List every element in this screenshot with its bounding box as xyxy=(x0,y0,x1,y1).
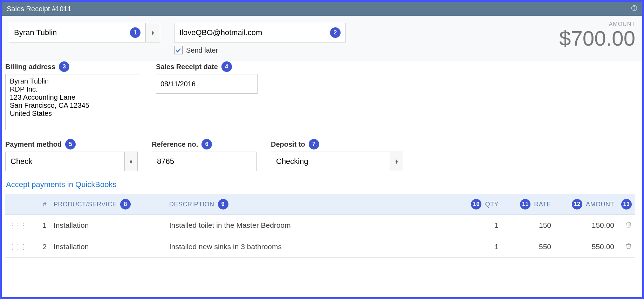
payment-method-toggle[interactable]: ▲▼ xyxy=(124,152,138,171)
col-amount: AMOUNT xyxy=(586,201,614,208)
reference-no-label: Reference no. xyxy=(152,140,198,148)
billing-address-label: Billing address xyxy=(5,63,55,71)
table-row[interactable]: ⋮⋮⋮1InstallationInstalled toilet in the … xyxy=(5,215,635,236)
payment-method-label: Payment method xyxy=(5,140,62,148)
svg-point-1 xyxy=(634,9,635,9)
customer-select[interactable]: Byran Tublin 1 xyxy=(9,23,145,42)
trash-icon[interactable] xyxy=(625,242,632,251)
receipt-date-input[interactable]: 08/11/2016 xyxy=(156,74,258,94)
reference-no-input[interactable]: 8765 xyxy=(152,152,257,171)
send-later-label: Send later xyxy=(186,46,218,54)
annotation-badge-9: 9 xyxy=(218,199,228,210)
annotation-badge-1: 1 xyxy=(130,27,141,38)
window-titlebar: Sales Receipt #1011 xyxy=(2,2,642,16)
col-description: DESCRIPTION xyxy=(169,201,214,208)
accept-payments-link[interactable]: Accept payments in QuickBooks xyxy=(5,180,635,189)
chevron-updown-icon: ▲▼ xyxy=(395,159,399,164)
deposit-to-select[interactable]: Checking xyxy=(271,152,390,171)
col-product: PRODUCT/SERVICE xyxy=(54,201,117,208)
deposit-to-toggle[interactable]: ▲▼ xyxy=(390,152,403,171)
col-rate: RATE xyxy=(534,201,551,208)
email-input[interactable]: IloveQBO@hotmail.com 2 xyxy=(174,23,346,42)
row-rate[interactable]: 550 xyxy=(502,236,555,258)
row-description[interactable]: Installed new sinks in 3 bathrooms xyxy=(166,236,453,258)
row-qty[interactable]: 1 xyxy=(453,236,502,258)
row-qty[interactable]: 1 xyxy=(453,215,502,236)
line-items-table: # PRODUCT/SERVICE8 DESCRIPTION9 10QTY 11… xyxy=(5,194,635,258)
row-amount[interactable]: 150.00 xyxy=(555,215,618,236)
annotation-badge-4: 4 xyxy=(221,61,232,72)
col-qty: QTY xyxy=(485,201,499,208)
deposit-to-label: Deposit to xyxy=(271,140,305,148)
window-title: Sales Receipt #1011 xyxy=(7,5,71,13)
drag-handle-icon[interactable]: ⋮⋮⋮ xyxy=(9,221,26,229)
annotation-badge-6: 6 xyxy=(201,139,212,150)
payment-method-select[interactable]: Check xyxy=(5,152,124,171)
row-product[interactable]: Installation xyxy=(50,236,166,258)
row-amount[interactable]: 550.00 xyxy=(555,236,618,258)
reference-no-value: 8765 xyxy=(157,157,174,166)
row-number: 1 xyxy=(29,215,50,236)
row-product[interactable]: Installation xyxy=(50,215,166,236)
annotation-badge-5: 5 xyxy=(65,139,76,150)
payment-method-value: Check xyxy=(11,157,32,166)
amount-value: $700.00 xyxy=(559,27,635,49)
row-number: 2 xyxy=(29,236,50,258)
row-description[interactable]: Installed toilet in the Master Bedroom xyxy=(166,215,453,236)
annotation-badge-3: 3 xyxy=(59,61,69,72)
annotation-badge-2: 2 xyxy=(330,27,341,38)
annotation-badge-10: 10 xyxy=(471,199,481,210)
annotation-badge-12: 12 xyxy=(572,199,582,210)
help-icon[interactable] xyxy=(631,5,637,13)
drag-handle-icon[interactable]: ⋮⋮⋮ xyxy=(9,243,26,251)
col-number: # xyxy=(29,194,50,215)
annotation-badge-11: 11 xyxy=(520,199,530,210)
annotation-badge-13: 13 xyxy=(621,199,632,210)
customer-select-value: Byran Tublin xyxy=(14,28,57,37)
send-later-checkbox[interactable] xyxy=(174,46,183,54)
annotation-badge-8: 8 xyxy=(120,199,131,210)
row-rate[interactable]: 150 xyxy=(502,215,555,236)
trash-icon[interactable] xyxy=(625,221,632,229)
chevron-updown-icon: ▲▼ xyxy=(129,159,133,164)
billing-address-textarea[interactable]: Byran Tublin RDP Inc. 123 Accounting Lan… xyxy=(5,74,140,130)
deposit-to-value: Checking xyxy=(276,157,308,166)
receipt-date-label: Sales Receipt date xyxy=(156,63,218,71)
annotation-badge-7: 7 xyxy=(309,139,319,150)
table-row[interactable]: ⋮⋮⋮2InstallationInstalled new sinks in 3… xyxy=(5,236,635,258)
chevron-updown-icon: ▲▼ xyxy=(151,31,155,35)
email-input-value: IloveQBO@hotmail.com xyxy=(179,28,262,37)
customer-select-toggle[interactable]: ▲▼ xyxy=(145,23,160,42)
receipt-date-value: 08/11/2016 xyxy=(160,80,196,88)
